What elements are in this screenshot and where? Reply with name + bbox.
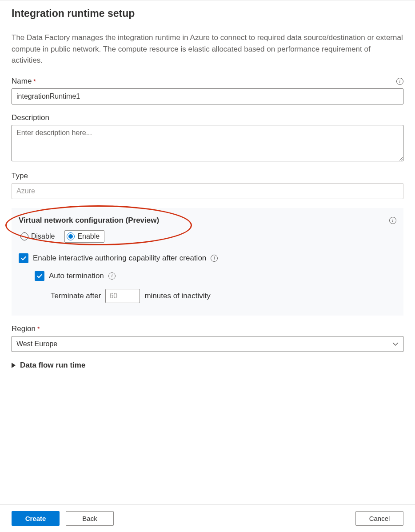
terminate-after-row: Terminate after minutes of inactivity [51, 289, 396, 303]
required-asterisk: * [37, 325, 40, 332]
auto-termination-checkbox[interactable] [35, 271, 44, 281]
vnet-disable-label: Disable [31, 232, 55, 240]
radio-circle-icon [20, 232, 28, 240]
auto-termination-row: Auto termination i [35, 271, 396, 281]
triangle-right-icon [12, 363, 16, 368]
chevron-down-icon [392, 342, 399, 346]
enable-authoring-label: Enable interactive authoring capability … [33, 254, 206, 263]
info-icon[interactable]: i [108, 272, 116, 280]
required-asterisk: * [33, 78, 36, 85]
name-label: Name [12, 77, 32, 85]
info-icon[interactable]: i [396, 78, 403, 85]
name-field-group: Name* i [12, 77, 403, 104]
checkmark-icon [20, 255, 27, 261]
back-button[interactable]: Back [66, 511, 114, 526]
type-input-disabled: Azure [12, 183, 403, 199]
region-field-group: Region* West Europe [12, 324, 403, 352]
description-textarea[interactable] [12, 125, 403, 161]
type-label: Type [12, 172, 28, 180]
radio-circle-checked-icon [67, 232, 75, 240]
terminate-after-label: Terminate after [51, 292, 101, 300]
minutes-label: minutes of inactivity [144, 292, 210, 300]
region-value: West Europe [16, 340, 57, 348]
region-select[interactable]: West Europe [12, 336, 403, 352]
info-icon[interactable]: i [389, 217, 396, 224]
description-field-group: Description [12, 113, 403, 163]
cancel-button[interactable]: Cancel [355, 511, 403, 526]
page-title: Integration runtime setup [12, 8, 403, 20]
region-label: Region [12, 324, 36, 333]
create-button[interactable]: Create [12, 511, 60, 526]
vnet-panel: Virtual network configuration (Preview) … [12, 208, 403, 316]
enable-authoring-row: Enable interactive authoring capability … [19, 253, 396, 263]
vnet-title: Virtual network configuration (Preview) [19, 216, 159, 225]
terminate-minutes-input[interactable] [105, 289, 140, 303]
enable-authoring-checkbox[interactable] [19, 253, 28, 263]
page-description: The Data Factory manages the integration… [12, 32, 403, 66]
name-input[interactable] [12, 88, 403, 104]
dataflow-expand-row[interactable]: Data flow run time [12, 361, 403, 370]
dataflow-label: Data flow run time [20, 361, 85, 370]
vnet-radio-group: Disable Enable [19, 230, 396, 243]
checkmark-icon [36, 273, 43, 279]
vnet-enable-radio[interactable]: Enable [64, 230, 104, 243]
vnet-enable-label: Enable [77, 232, 100, 240]
description-label: Description [12, 113, 49, 122]
type-field-group: Type Azure [12, 172, 403, 199]
auto-termination-label: Auto termination [49, 272, 104, 280]
vnet-disable-radio[interactable]: Disable [19, 230, 59, 243]
footer: Create Back Cancel [0, 504, 415, 526]
info-icon[interactable]: i [211, 255, 218, 262]
